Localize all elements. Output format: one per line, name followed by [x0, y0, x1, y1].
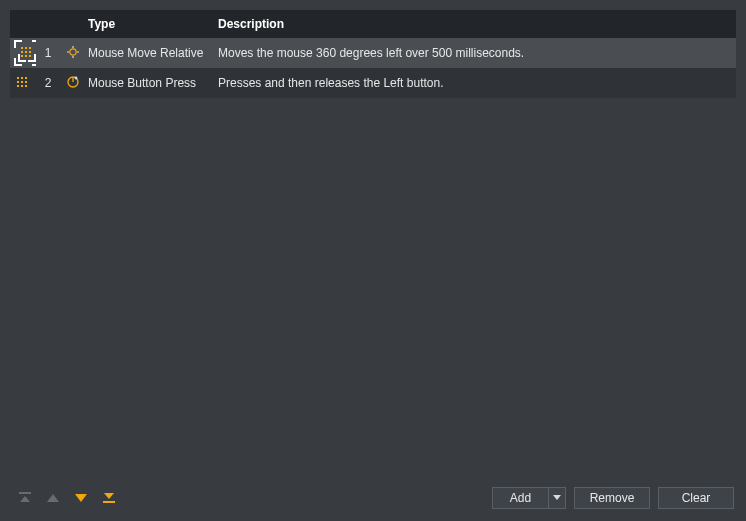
chevron-down-icon — [73, 491, 89, 505]
row-index: 1 — [36, 38, 60, 68]
bottom-toolbar: Add Remove Clear — [0, 479, 746, 521]
row-index: 2 — [36, 68, 60, 98]
svg-rect-6 — [21, 55, 23, 57]
svg-rect-4 — [25, 51, 27, 53]
empty-space — [0, 98, 746, 479]
svg-rect-0 — [21, 47, 23, 49]
svg-rect-1 — [25, 47, 27, 49]
svg-rect-15 — [25, 81, 27, 83]
chevron-top-icon — [17, 491, 33, 505]
table-row[interactable]: 1 Mouse Move Relative Moves the mouse 36… — [10, 38, 736, 68]
add-split-button: Add — [492, 487, 566, 509]
right-button-group: Add Remove Clear — [492, 487, 734, 509]
table-header-row: Type Description — [10, 10, 736, 38]
row-description: Presses and then releases the Left butto… — [212, 68, 736, 98]
chevron-up-icon — [45, 491, 61, 505]
header-type[interactable]: Type — [82, 10, 212, 38]
row-type: Mouse Button Press — [82, 68, 212, 98]
mouse-press-icon — [66, 75, 80, 89]
svg-point-9 — [70, 48, 76, 54]
svg-point-20 — [75, 76, 78, 79]
svg-rect-14 — [21, 81, 23, 83]
caret-down-icon — [553, 495, 561, 501]
svg-rect-17 — [21, 85, 23, 87]
chevron-bottom-icon — [101, 491, 117, 505]
svg-rect-10 — [17, 77, 19, 79]
header-index[interactable] — [36, 10, 60, 38]
svg-rect-7 — [25, 55, 27, 57]
svg-rect-12 — [25, 77, 27, 79]
svg-rect-2 — [29, 47, 31, 49]
drag-grip-icon[interactable] — [20, 46, 34, 60]
selection-marker-icon — [16, 42, 36, 64]
header-icon[interactable] — [60, 10, 82, 38]
move-top-button[interactable] — [14, 488, 36, 508]
svg-rect-22 — [103, 501, 115, 503]
svg-rect-13 — [17, 81, 19, 83]
action-table: Type Description — [10, 10, 736, 98]
action-table-container: Type Description — [0, 0, 746, 98]
row-description: Moves the mouse 360 degrees left over 50… — [212, 38, 736, 68]
svg-rect-8 — [29, 55, 31, 57]
move-up-button[interactable] — [42, 488, 64, 508]
move-bottom-button[interactable] — [98, 488, 120, 508]
header-description[interactable]: Description — [212, 10, 736, 38]
header-handle[interactable] — [10, 10, 36, 38]
add-dropdown-button[interactable] — [548, 487, 566, 509]
svg-rect-11 — [21, 77, 23, 79]
row-icon-cell — [60, 68, 82, 98]
svg-rect-3 — [21, 51, 23, 53]
row-handle-cell[interactable] — [10, 68, 36, 98]
row-icon-cell — [60, 38, 82, 68]
drag-grip-icon[interactable] — [16, 76, 30, 90]
mouse-move-icon — [66, 45, 80, 59]
move-down-button[interactable] — [70, 488, 92, 508]
svg-rect-21 — [19, 492, 31, 494]
svg-rect-18 — [25, 85, 27, 87]
add-button[interactable]: Add — [492, 487, 548, 509]
row-handle-cell[interactable] — [10, 38, 36, 68]
remove-button[interactable]: Remove — [574, 487, 650, 509]
svg-rect-16 — [17, 85, 19, 87]
clear-button[interactable]: Clear — [658, 487, 734, 509]
table-row[interactable]: 2 Mouse Button Press Presses and then re… — [10, 68, 736, 98]
row-type: Mouse Move Relative — [82, 38, 212, 68]
svg-rect-5 — [29, 51, 31, 53]
